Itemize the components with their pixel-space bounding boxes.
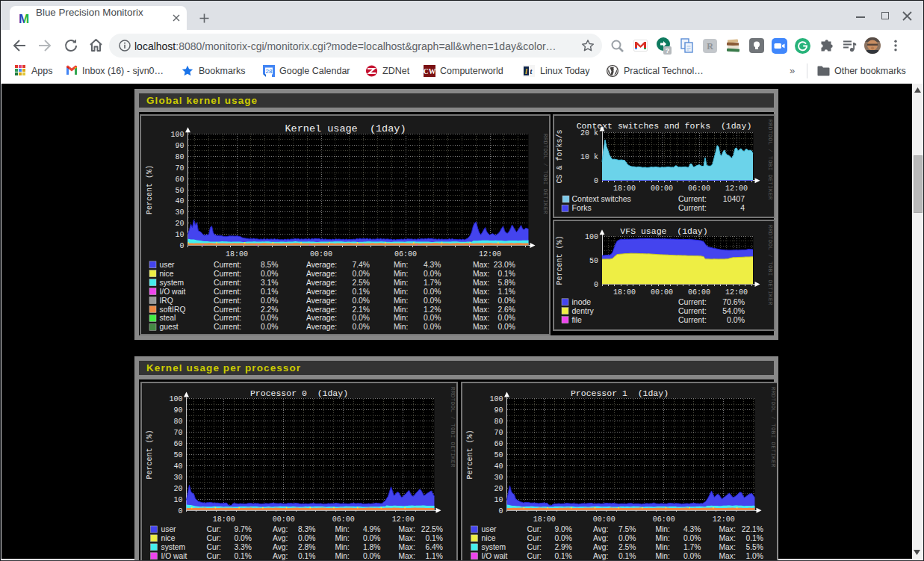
- svg-text:Min:: Min:: [394, 270, 408, 278]
- svg-text:Min:: Min:: [335, 534, 350, 542]
- svg-text:RRDTOOL / TOBI OETIKER: RRDTOOL / TOBI OETIKER: [450, 387, 456, 468]
- svg-text:30: 30: [494, 474, 503, 482]
- svg-text:Cur:: Cur:: [527, 525, 542, 533]
- svg-text:guest: guest: [159, 323, 178, 331]
- svg-text:60: 60: [494, 440, 503, 448]
- svg-text:12:00: 12:00: [713, 515, 735, 524]
- svg-text:0.1%: 0.1%: [497, 270, 515, 278]
- svg-text:2.5%: 2.5%: [618, 543, 636, 551]
- svg-text:60: 60: [173, 440, 182, 448]
- svg-text:Average:: Average:: [306, 270, 337, 278]
- svg-text:1.8%: 1.8%: [363, 543, 380, 551]
- svg-text:90: 90: [175, 142, 184, 150]
- svg-text:Average:: Average:: [306, 261, 337, 269]
- svg-text:4: 4: [740, 203, 745, 212]
- svg-text:Max:: Max:: [473, 261, 489, 269]
- svg-text:70.6%: 70.6%: [722, 297, 745, 306]
- svg-text:user: user: [482, 525, 497, 533]
- svg-text:Max:: Max:: [399, 534, 415, 542]
- svg-text:softIRQ: softIRQ: [159, 306, 185, 314]
- svg-text:0.0%: 0.0%: [352, 270, 369, 278]
- svg-text:0: 0: [594, 281, 598, 289]
- svg-text:Current:: Current:: [678, 297, 707, 306]
- svg-text:8.5%: 8.5%: [261, 261, 278, 269]
- svg-text:4.3%: 4.3%: [424, 261, 441, 269]
- svg-text:Avg:: Avg:: [593, 543, 608, 551]
- svg-text:10 k: 10 k: [580, 153, 598, 161]
- svg-text:system: system: [161, 543, 186, 551]
- svg-text:90: 90: [173, 406, 182, 415]
- svg-text:Avg:: Avg:: [593, 525, 608, 533]
- svg-text:Max:: Max:: [473, 297, 489, 305]
- svg-text:RRDTOOL / TOBI OETIKER: RRDTOOL / TOBI OETIKER: [542, 134, 548, 214]
- svg-text:9.0%: 9.0%: [555, 525, 572, 533]
- svg-text:10: 10: [173, 496, 182, 504]
- svg-text:inode: inode: [572, 297, 592, 306]
- svg-text:file: file: [572, 315, 583, 324]
- svg-text:0.0%: 0.0%: [352, 314, 369, 322]
- svg-text:Min:: Min:: [394, 261, 408, 269]
- svg-text:0.1%: 0.1%: [426, 534, 443, 542]
- svg-text:Max:: Max:: [719, 543, 736, 551]
- svg-text:0.0%: 0.0%: [683, 552, 701, 560]
- svg-text:30: 30: [175, 208, 184, 217]
- svg-text:Current:: Current:: [214, 270, 241, 278]
- svg-text:Average:: Average:: [306, 297, 337, 305]
- svg-text:0.0%: 0.0%: [424, 297, 441, 305]
- svg-text:Kernel usage (1day): Kernel usage (1day): [285, 123, 406, 134]
- svg-text:?: ?: [666, 47, 670, 55]
- svg-text:Average:: Average:: [306, 306, 337, 314]
- svg-text:I/O wait: I/O wait: [482, 552, 508, 560]
- svg-text:0.0%: 0.0%: [261, 297, 278, 305]
- svg-text:Processor 0 (1day): Processor 0 (1day): [250, 388, 348, 398]
- svg-text:nice: nice: [161, 534, 176, 542]
- svg-text:2.2%: 2.2%: [261, 306, 278, 314]
- svg-text:20 k: 20 k: [580, 129, 598, 137]
- svg-text:0.0%: 0.0%: [352, 323, 369, 331]
- svg-text:06:00: 06:00: [653, 515, 675, 524]
- svg-text:0.0%: 0.0%: [497, 297, 515, 305]
- svg-text:Min:: Min:: [394, 288, 408, 296]
- svg-text:50: 50: [494, 451, 503, 459]
- svg-text:0: 0: [594, 177, 598, 185]
- svg-text:RRDTOOL / TOBI OETIKER: RRDTOOL / TOBI OETIKER: [770, 387, 776, 468]
- svg-text:20: 20: [494, 485, 503, 493]
- svg-text:23.0%: 23.0%: [493, 261, 515, 269]
- svg-text:0.0%: 0.0%: [424, 323, 441, 331]
- svg-text:28: 28: [266, 68, 273, 75]
- svg-text:Avg:: Avg:: [593, 552, 608, 560]
- svg-text:40: 40: [494, 462, 503, 471]
- svg-text:Min:: Min:: [335, 543, 350, 551]
- svg-text:0: 0: [178, 507, 182, 515]
- svg-text:2.9%: 2.9%: [555, 543, 572, 551]
- svg-text:Avg:: Avg:: [593, 534, 608, 542]
- svg-text:18:00: 18:00: [613, 288, 636, 297]
- svg-text:I/O wait: I/O wait: [161, 552, 187, 560]
- svg-text:60: 60: [175, 176, 184, 184]
- svg-text:22.5%: 22.5%: [421, 525, 443, 533]
- svg-text:Min:: Min:: [394, 323, 408, 331]
- svg-text:00:00: 00:00: [651, 288, 673, 297]
- svg-text:50: 50: [589, 257, 598, 265]
- svg-text:100: 100: [170, 131, 184, 139]
- svg-text:0.1%: 0.1%: [235, 552, 252, 560]
- svg-text:CW: CW: [424, 68, 435, 75]
- svg-text:IRQ: IRQ: [159, 297, 173, 305]
- svg-text:20: 20: [173, 485, 182, 493]
- svg-text:0.0%: 0.0%: [424, 288, 441, 296]
- svg-text:0.0%: 0.0%: [363, 534, 380, 542]
- svg-text:2.1%: 2.1%: [352, 306, 369, 314]
- svg-text:0.0%: 0.0%: [298, 534, 315, 542]
- svg-text:70: 70: [175, 164, 184, 173]
- svg-text:12:00: 12:00: [725, 185, 748, 193]
- svg-text:Avg:: Avg:: [273, 552, 288, 560]
- svg-text:Cur:: Cur:: [207, 552, 221, 560]
- svg-text:Min:: Min:: [335, 552, 350, 560]
- svg-text:Min:: Min:: [335, 525, 350, 533]
- svg-text:5.5%: 5.5%: [746, 543, 763, 551]
- svg-text:Max:: Max:: [473, 323, 489, 331]
- svg-text:6.4%: 6.4%: [426, 543, 443, 551]
- svg-text:0.0%: 0.0%: [555, 534, 572, 542]
- svg-text:1.7%: 1.7%: [424, 279, 441, 287]
- svg-text:0.0%: 0.0%: [363, 552, 380, 560]
